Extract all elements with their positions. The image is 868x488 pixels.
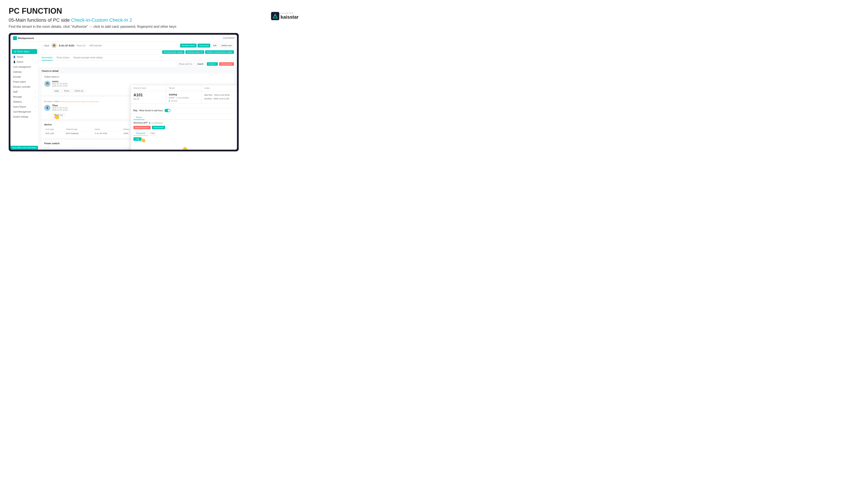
card-label: Card Management [13,110,31,113]
room-actions: Remote unlock Guest pwd Edit Delete room [180,43,234,47]
statistics-label: Statistics [13,101,22,103]
col-hardware: hardwareVersion [79,147,122,148]
sidebar: ⊞ Room status 👤 Tenant 📱 Device › [10,42,39,150]
back-button[interactable]: ← Back [42,44,49,47]
sidebar-item-staff[interactable]: Staff › [10,89,38,94]
tenant-status: normal [169,100,199,102]
tenant-mobile: Mobile：11116761858 [169,97,199,99]
sidebar-item-message[interactable]: Message › [10,94,38,99]
add-key-btn[interactable]: Add [133,137,141,141]
sidebar-item-query-report[interactable]: Query Report › [10,104,38,109]
checkin-room-label: Check-in room [133,87,163,89]
allow-keys-toggle[interactable] [164,109,170,112]
key-icon: 🔑 [180,147,188,150]
search-bar-area: Search Check in Check all out [39,61,237,67]
page-subtitle: 05-Main functions of PC side Check-in-Cu… [9,18,307,23]
tab-room-picture[interactable]: Room picture [57,55,69,61]
avatar-initials: 🧑 [53,44,55,47]
allow-tenant-label: Allow tenant to add keys [139,109,162,112]
deauth-btn[interactable]: Deauthorization [133,126,151,129]
tenant-status-dot [169,100,170,101]
rp-room-info: A101 A1-1F [131,91,166,104]
subtitle-highlight: Check-in-Custom Check-in 2 [71,18,132,23]
remote-unlock-btn[interactable]: Remote unlock [180,43,196,47]
rp-info-row: A101 A1-1F sunny Mobile：11116761858 norm… [131,91,237,104]
col-lock-type: Lock type [45,128,65,131]
remote-power-supply-btn[interactable]: Remote power supply [162,50,184,54]
search-btn[interactable]: Search [195,62,206,66]
room-icon: ⊞ [14,50,16,53]
sidebar-item-device[interactable]: 📱 Device › [10,59,38,64]
card-chevron: › [35,111,36,113]
offline-person-avatar: 👤 [44,105,50,111]
tabs-bar: Association Room picture Repeat passage … [39,55,237,61]
full-layout: WisApartment 111676/018 ⊞ Room status 👤 [10,35,237,150]
offline-label: Check in offline [46,100,59,103]
logo-text: KAISSTAR kaisstar [281,12,299,20]
rp-header: Check-in room Tenant Lease [131,85,237,91]
lease-label: Lease [204,87,234,89]
delete-room-btn[interactable]: Delete room [219,43,234,47]
edit-btn[interactable]: Edit [211,43,219,47]
encoder-label: Encoder [13,76,21,78]
sidebar-item-card-mgmt[interactable]: Card Management › [10,109,38,114]
rp-col-lease: Lease [202,85,237,91]
checkin-btn[interactable]: Check in [207,62,218,66]
sidebar-item-tenant[interactable]: 👤 Tenant [10,55,38,59]
checkout-all-btn[interactable]: Check all out [219,62,234,66]
tab-card[interactable]: Card [148,131,157,135]
sidebar-item-statistics[interactable]: Statistics [10,99,38,104]
room-sub: A1-1F [133,98,163,100]
room-name: A-A1-1F-A101 [59,44,74,47]
power-actions-row: Remote power supply Remote power off Res… [39,50,237,55]
logo-area: KAISSTAR kaisstar [271,12,299,20]
sidebar-room-label: Room status [17,50,29,53]
device-icon: 📱 [13,61,16,63]
apply-btn[interactable]: Apply [52,89,61,93]
tab-repeat-passage[interactable]: Repeat passage mode setting [73,55,102,61]
staff-chevron: › [35,91,36,93]
page-header: PC FUNCTION 05-Main functions of PC side… [9,6,307,29]
offline-checkout-btn[interactable]: Check out [52,113,65,117]
sidebar-item-encoder[interactable]: Encoder [10,74,38,79]
guest-pwd-btn[interactable]: Guest pwd [197,43,210,47]
tenant-label: Tenant [169,87,199,89]
auth-action-btns: Deauthorization Send email [133,126,234,129]
page-desc: Find the tenant in the room details, cli… [9,25,307,29]
key-toggle-row: Key Allow tenant to add keys [133,107,234,113]
tab-association[interactable]: Association [42,55,53,61]
right-panel: Check-in room Tenant Lease [131,85,237,150]
col-name: Name [94,128,122,131]
tenant-status-text: normal [171,100,177,102]
room-avatar: 🧑 [52,43,57,48]
system-label: System settings [13,116,28,118]
room-tab[interactable]: Room [133,116,145,120]
checkout-btn[interactable]: Check out [72,89,85,93]
restore-power-btn[interactable]: Restore normal power supply [205,50,234,54]
room-id-label: Room ID: [76,44,86,47]
sidebar-device-label: Device [17,61,24,63]
power-switch-label: Power switch [13,81,26,83]
sidebar-item-power-switch[interactable]: Power switch [10,79,38,85]
send-email-btn[interactable]: Send email [152,126,165,129]
remote-power-off-btn[interactable]: Remote power off [185,50,204,54]
sidebar-item-lock-mgmt[interactable]: Lock management [10,64,38,69]
page-title: PC FUNCTION [9,6,307,15]
reset-btn[interactable]: Reset [62,89,71,93]
message-chevron: › [35,96,36,98]
top-bar: WisApartment 111676/018 [10,35,237,42]
search-input[interactable] [177,62,194,66]
query-chevron: › [35,106,36,108]
tab-password[interactable]: Password [133,131,148,135]
no-key-area: 🔑 No key [133,142,234,150]
room-number: A101 [133,93,163,97]
sidebar-item-system-settings[interactable]: System settings [10,114,38,119]
offline-person-date2: 2025-11-02 12:00 [52,109,67,111]
sidebar-item-room-status[interactable]: ⊞ Room status [12,49,37,54]
app-logo-icon [13,36,17,40]
sidebar-item-elevator[interactable]: Elevator controller [10,85,38,89]
authorized-badge: ● Authorized [152,122,162,124]
wh-app-row: WisHome APP ● Authorized [133,122,234,124]
sidebar-item-gateway[interactable]: Gateway [10,69,38,74]
wh-app-label: WisHome APP [133,122,148,124]
